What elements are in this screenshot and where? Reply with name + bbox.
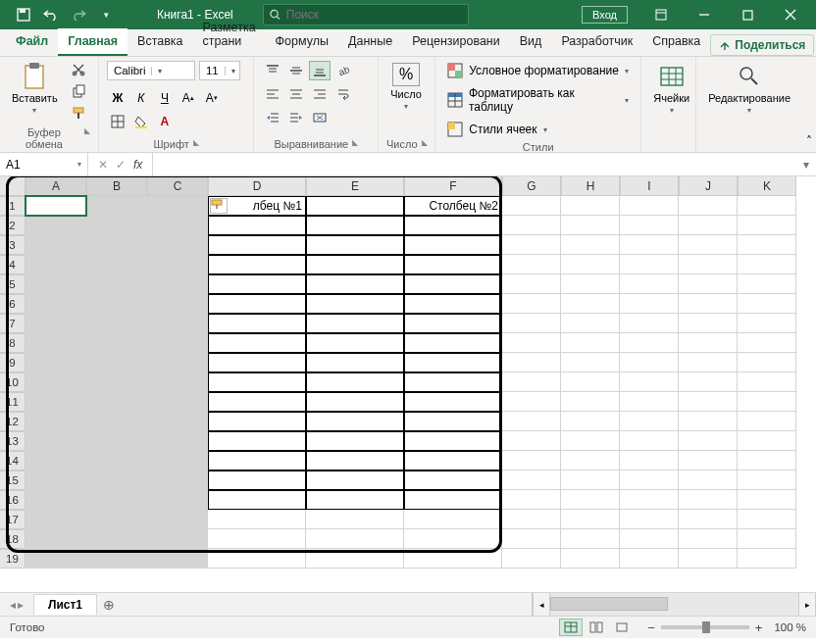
cell[interactable] (26, 510, 86, 529)
cell[interactable] (306, 510, 404, 529)
cell[interactable] (306, 392, 404, 412)
bold-icon[interactable]: Ж (107, 88, 128, 108)
cell[interactable] (620, 549, 679, 569)
row-header[interactable]: 4 (0, 255, 26, 274)
cell[interactable] (26, 255, 86, 274)
cell[interactable] (738, 549, 796, 569)
cell[interactable] (208, 294, 306, 314)
cell[interactable] (147, 314, 208, 333)
cell[interactable] (679, 471, 738, 490)
cells-button[interactable]: Ячейки ▾ (649, 61, 693, 117)
tab-data[interactable]: Данные (338, 28, 402, 56)
save-icon[interactable] (12, 3, 35, 26)
undo-icon[interactable] (39, 3, 63, 26)
cell[interactable] (561, 510, 620, 529)
cell[interactable] (502, 372, 561, 392)
cell[interactable] (26, 431, 86, 451)
cell[interactable] (306, 412, 404, 431)
cell[interactable] (86, 412, 147, 431)
cell[interactable] (404, 510, 502, 529)
font-name-combo[interactable]: Calibri▾ (107, 61, 195, 80)
cell[interactable] (502, 392, 561, 412)
enter-formula-icon[interactable]: ✓ (116, 158, 126, 172)
cell[interactable] (561, 333, 620, 353)
fill-color-icon[interactable] (130, 112, 152, 131)
cell[interactable] (561, 431, 620, 451)
cell[interactable] (208, 235, 306, 255)
cell[interactable] (502, 529, 561, 549)
cell[interactable] (561, 392, 620, 412)
ribbon-options-icon[interactable] (639, 0, 683, 29)
cell[interactable] (86, 235, 147, 255)
col-header[interactable]: C (147, 176, 208, 196)
cell[interactable] (26, 353, 86, 372)
cell[interactable] (404, 549, 502, 569)
cell[interactable] (147, 294, 208, 314)
cell[interactable] (620, 451, 679, 471)
cell[interactable] (404, 294, 502, 314)
cell[interactable] (306, 196, 404, 216)
cell[interactable] (147, 412, 208, 431)
cell[interactable] (86, 471, 147, 490)
cell[interactable] (208, 510, 306, 529)
col-header[interactable]: H (561, 176, 620, 196)
cell[interactable] (147, 274, 208, 294)
cell[interactable] (502, 471, 561, 490)
row-header[interactable]: 17 (0, 510, 26, 529)
cell[interactable] (738, 274, 796, 294)
col-header[interactable]: E (306, 176, 404, 196)
cell[interactable] (404, 490, 502, 510)
cell[interactable] (561, 490, 620, 510)
cell[interactable] (208, 549, 306, 569)
tab-pagelayout[interactable]: Разметка страни (193, 15, 266, 56)
cell[interactable] (147, 196, 208, 216)
cell[interactable] (502, 451, 561, 471)
cut-icon[interactable] (68, 61, 89, 78)
zoom-in-icon[interactable]: + (755, 620, 763, 635)
cell[interactable] (86, 333, 147, 353)
cell[interactable] (502, 490, 561, 510)
cell[interactable] (404, 353, 502, 372)
cell[interactable] (208, 451, 306, 471)
name-box[interactable]: A1▾ (0, 153, 88, 175)
cell[interactable] (86, 372, 147, 392)
cell[interactable] (620, 235, 679, 255)
row-header[interactable]: 6 (0, 294, 26, 314)
cell[interactable] (679, 412, 738, 431)
cell[interactable] (208, 216, 306, 235)
cell[interactable] (561, 314, 620, 333)
dialog-launcher-icon[interactable]: ◣ (84, 126, 90, 150)
row-header[interactable]: 16 (0, 490, 26, 510)
tab-help[interactable]: Справка (642, 28, 710, 56)
cell[interactable] (502, 549, 561, 569)
cell[interactable] (306, 314, 404, 333)
cell[interactable] (208, 490, 306, 510)
cell[interactable] (620, 333, 679, 353)
cell[interactable] (26, 490, 86, 510)
cell[interactable] (86, 490, 147, 510)
scroll-right-icon[interactable]: ▸ (798, 593, 816, 616)
horizontal-scrollbar[interactable]: ◂ ▸ (532, 593, 816, 616)
wrap-text-icon[interactable] (332, 84, 354, 104)
font-decrease-icon[interactable]: A▾ (201, 88, 223, 108)
cell[interactable] (26, 392, 86, 412)
row-header[interactable]: 5 (0, 274, 26, 294)
font-increase-icon[interactable]: A▴ (178, 88, 199, 108)
cell[interactable] (147, 549, 208, 569)
cell[interactable] (620, 255, 679, 274)
cell[interactable] (208, 372, 306, 392)
cell[interactable] (502, 431, 561, 451)
underline-icon[interactable]: Ч (154, 88, 176, 108)
cell[interactable] (208, 529, 306, 549)
minimize-icon[interactable] (683, 0, 726, 29)
dialog-launcher-icon[interactable]: ◣ (352, 138, 358, 150)
cell[interactable] (679, 274, 738, 294)
copy-icon[interactable] (68, 82, 89, 100)
redo-icon[interactable] (67, 3, 90, 26)
col-header[interactable]: G (502, 176, 561, 196)
cell[interactable] (561, 549, 620, 569)
tab-review[interactable]: Рецензировани (402, 28, 510, 56)
cell[interactable] (208, 471, 306, 490)
cell[interactable] (502, 294, 561, 314)
cell[interactable] (620, 529, 679, 549)
